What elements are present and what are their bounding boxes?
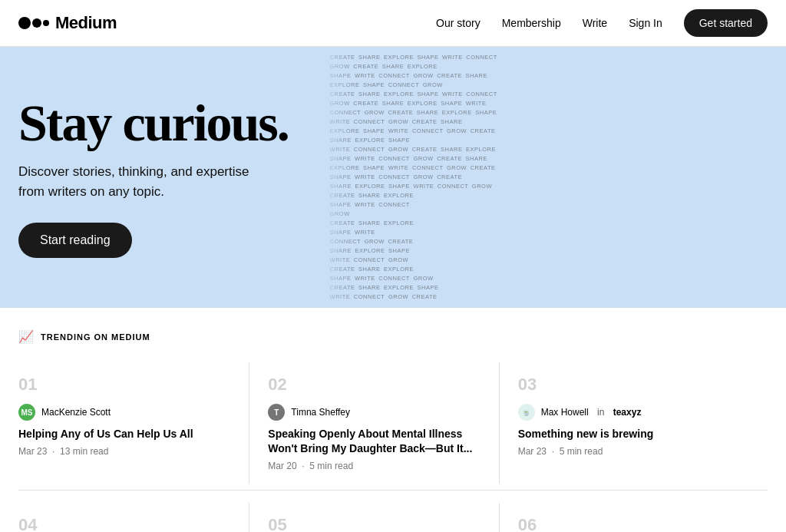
svg-point-0 (18, 17, 31, 29)
trending-num-3: 03 (518, 375, 749, 395)
author-name-3: Max Howell (541, 407, 589, 418)
nav-write[interactable]: Write (583, 17, 607, 29)
trending-meta-1: Mar 23 · 13 min read (18, 446, 230, 457)
trending-title-2: Speaking Openly About Mental Illness Won… (268, 427, 480, 456)
start-reading-button[interactable]: Start reading (18, 223, 132, 258)
trending-meta-2: Mar 20 · 5 min read (268, 461, 480, 471)
author-avatar-1: MS (18, 404, 35, 421)
author-name-2: Timna Sheffey (291, 407, 350, 418)
trending-row-2: 04 AH Arthur Hayes Energy Cancelled Mar … (18, 490, 768, 532)
trending-item-1[interactable]: 01 MS MacKenzie Scott Helping Any of Us … (18, 362, 249, 484)
svg-point-2 (43, 20, 49, 26)
trending-header: 📈 Trending on Medium (18, 329, 768, 344)
trending-item-3[interactable]: 03 🍵 Max Howell in teaxyz Something new … (518, 362, 768, 484)
trending-title-3: Something new is brewing (518, 427, 749, 441)
author-initials-2: T (274, 408, 279, 417)
author-name-1: MacKenzie Scott (41, 407, 111, 418)
trending-title-1: Helping Any of Us Can Help Us All (18, 427, 230, 441)
trending-item-4[interactable]: 04 AH Arthur Hayes Energy Cancelled Mar … (18, 503, 249, 532)
trending-item-2[interactable]: 02 T Timna Sheffey Speaking Openly About… (268, 362, 499, 484)
hero-subtitle: Discover stories, thinking, and expertis… (18, 162, 264, 201)
hero-words-text: CREATE SHARE EXPLORE SHAPE WRITE CONNECT… (315, 47, 513, 308)
nav-membership[interactable]: Membership (502, 17, 561, 29)
trending-author-1: MS MacKenzie Scott (18, 404, 230, 421)
hero-title: Stay curious. (18, 97, 289, 150)
trending-num-1: 01 (18, 375, 230, 395)
trending-num-2: 02 (268, 375, 480, 395)
author-initials-1: MS (21, 408, 33, 417)
trending-label: Trending on Medium (41, 332, 150, 342)
trending-meta-3: Mar 23 · 5 min read (518, 446, 749, 457)
svg-point-1 (32, 18, 41, 28)
logo[interactable]: Medium (18, 13, 117, 33)
author-avatar-3: 🍵 (518, 404, 535, 421)
logo-text: Medium (55, 13, 117, 33)
pub-initials-3: 🍵 (522, 408, 530, 416)
trending-num-4: 04 (18, 515, 230, 532)
trending-item-6[interactable]: 06 AB Abby Broyles Ending my campaign fo… (518, 503, 768, 532)
hero-content: Stay curious. Discover stories, thinking… (18, 97, 289, 258)
trending-author-3: 🍵 Max Howell in teaxyz (518, 404, 749, 421)
trending-section: 📈 Trending on Medium 01 MS MacKenzie Sco… (0, 308, 786, 532)
pub-name-3: teaxyz (613, 407, 642, 418)
get-started-button[interactable]: Get started (684, 9, 768, 37)
trending-num-5: 05 (268, 515, 480, 532)
signin-button[interactable]: Sign In (629, 17, 662, 29)
author-avatar-2: T (268, 404, 285, 421)
nav-our-story[interactable]: Our story (436, 17, 481, 29)
trending-icon: 📈 (18, 329, 35, 344)
hero-word-cloud: CREATE SHARE EXPLORE SHAPE WRITE CONNECT… (315, 47, 786, 308)
trending-author-2: T Timna Sheffey (268, 404, 480, 421)
trending-num-6: 06 (518, 515, 749, 532)
nav-links: Our story Membership Write Sign In Get s… (436, 9, 768, 37)
trending-row-1: 01 MS MacKenzie Scott Helping Any of Us … (18, 362, 768, 484)
trending-item-5[interactable]: 05 D Cary Osborne in Dodger Insider Dodg… (268, 503, 499, 532)
navbar: Medium Our story Membership Write Sign I… (0, 0, 786, 47)
hero-section: Stay curious. Discover stories, thinking… (0, 47, 786, 308)
author-pub-3: in (595, 407, 607, 418)
